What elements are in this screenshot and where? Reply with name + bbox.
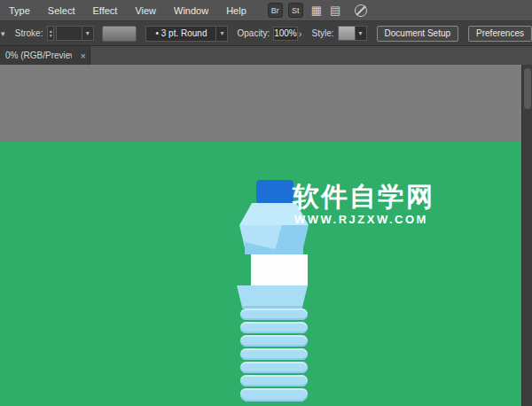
vertical-scrollbar-thumb[interactable] (524, 68, 531, 109)
styles-badge[interactable]: St (288, 3, 303, 18)
bottle-cap-shape[interactable] (256, 180, 293, 203)
stroke-label: Stroke: (15, 28, 43, 38)
illustrator-window: Type Select Effect View Window Help Br S… (0, 0, 532, 406)
menu-view[interactable]: View (126, 0, 165, 21)
document-setup-button[interactable]: Document Setup (377, 26, 459, 42)
panel-grid-icon[interactable]: ▦ (311, 0, 322, 21)
toolbar-collapse-chevron-icon[interactable]: ▾ (0, 29, 6, 38)
tab-close-icon[interactable]: × (77, 51, 90, 61)
brush-definition-value[interactable]: • 3 pt. Round (145, 26, 216, 42)
menu-select[interactable]: Select (39, 0, 84, 21)
artboard[interactable]: 软件自学网 WWW.RJZXW.COM (0, 142, 521, 406)
bottle-rib-shape[interactable] (240, 348, 308, 360)
stroke-weight-value[interactable] (56, 26, 82, 41)
preferences-button[interactable]: Preferences (468, 26, 532, 42)
watermark-site-url: WWW.RJZXW.COM (294, 213, 428, 226)
brush-definition-dropdown[interactable]: • 3 pt. Round ▾ (145, 26, 228, 42)
watermark-site-name: 软件自学网 (293, 179, 434, 215)
circle-slash-icon[interactable] (355, 4, 367, 17)
menu-bar: Type Select Effect View Window Help Br S… (0, 0, 532, 21)
control-toolbar: ▾ Stroke: ▲▼ ▾ • 3 pt. Round ▾ Opacity: … (0, 21, 532, 46)
bottle-rib-shape[interactable] (240, 335, 308, 347)
bottle-rib-shape[interactable] (240, 362, 308, 373)
stroke-weight-stepper[interactable]: ▲▼ (47, 26, 53, 41)
bottle-label-shape[interactable] (251, 254, 308, 285)
bottle-upper-rib-shape[interactable] (237, 285, 308, 308)
document-tab-title: 0% (RGB/Preview) (0, 51, 72, 60)
variable-width-dropdown[interactable] (102, 26, 137, 42)
bottle-rib-shape[interactable] (240, 375, 308, 386)
brush-dropdown-chevron-icon[interactable]: ▾ (216, 26, 228, 42)
menu-type[interactable]: Type (0, 0, 39, 21)
stroke-weight-dropdown[interactable]: ▾ (56, 26, 94, 41)
bottle-rib-shape[interactable] (240, 322, 308, 333)
stroke-dropdown-chevron-icon[interactable]: ▾ (82, 26, 94, 41)
menu-help[interactable]: Help (217, 0, 255, 21)
bottle-rib-shape[interactable] (240, 308, 308, 320)
style-label: Style: (312, 28, 334, 38)
opacity-panel-arrow-icon[interactable]: › (298, 28, 303, 39)
style-dropdown-chevron-icon[interactable]: ▾ (356, 26, 367, 41)
menu-window[interactable]: Window (165, 0, 217, 21)
opacity-label: Opacity: (237, 28, 270, 38)
canvas-area[interactable]: 软件自学网 WWW.RJZXW.COM (0, 65, 532, 406)
menu-effect[interactable]: Effect (83, 0, 126, 21)
panel-columns-icon[interactable]: ▤ (330, 0, 340, 21)
graphic-style-swatch[interactable] (338, 26, 356, 41)
vertical-scrollbar[interactable] (521, 65, 532, 406)
bottle-bottom-shape[interactable] (240, 388, 308, 402)
stepper-down-icon[interactable]: ▼ (49, 34, 53, 38)
opacity-input[interactable]: 100% (273, 27, 298, 41)
document-tab-bar: 0% (RGB/Preview) × (0, 46, 532, 65)
document-tab[interactable]: 0% (RGB/Preview) × (0, 46, 90, 65)
brushes-badge[interactable]: Br (268, 3, 283, 18)
graphic-style-dropdown[interactable]: ▾ (338, 26, 367, 41)
